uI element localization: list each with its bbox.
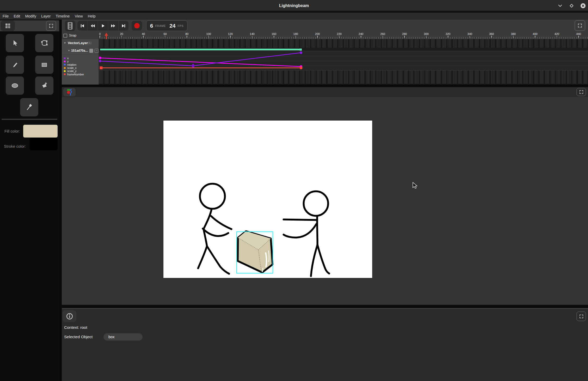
canvas-workspace[interactable] xyxy=(62,97,588,305)
skip-start-icon xyxy=(80,23,85,28)
transport-controls xyxy=(77,21,128,31)
menu-modify[interactable]: Modify xyxy=(25,14,36,18)
panel-grid-button[interactable] xyxy=(1,21,15,31)
animation-stage[interactable] xyxy=(163,121,372,278)
snap-checkbox[interactable] xyxy=(63,34,67,38)
property-row-scale-x[interactable]: scale_x xyxy=(62,66,99,69)
rectangle-tool-button[interactable] xyxy=(35,56,53,74)
select-tool-button[interactable] xyxy=(6,34,24,52)
property-row-rotation[interactable]: rotation xyxy=(62,63,99,66)
layer-suffix: [L] xyxy=(88,41,91,44)
stroke-color-swatch[interactable] xyxy=(29,138,58,150)
stroke-color-label: Stroke color: xyxy=(4,144,26,148)
canvas-expand-button[interactable] xyxy=(577,88,586,96)
frame-unit-label: FRAME xyxy=(155,24,166,27)
vector-scene-button[interactable] xyxy=(63,88,76,96)
fast-forward-button[interactable] xyxy=(108,21,118,31)
box-object[interactable] xyxy=(238,231,273,272)
snap-row: Snap xyxy=(62,32,99,39)
menu-timeline[interactable]: Timeline xyxy=(56,14,70,18)
maximize-button[interactable] xyxy=(569,3,574,9)
grid-icon xyxy=(4,22,11,29)
ellipse-icon xyxy=(10,81,19,90)
layer-row-vectorlayer[interactable]: ▼ VectorLayer [L] xyxy=(62,39,99,47)
sidebar-header xyxy=(0,20,59,31)
eyedropper-icon xyxy=(25,103,34,112)
pencil-icon xyxy=(11,61,19,69)
selected-object-label: Selected Object xyxy=(64,335,93,339)
context-text: Context: root xyxy=(64,325,87,330)
layer-row-object[interactable]: ▼ 151ad70a... ~ xyxy=(62,47,99,54)
skip-to-end-button[interactable] xyxy=(119,21,128,31)
sidebar-divider xyxy=(2,119,57,120)
fill-color-label: Fill color: xyxy=(4,129,20,133)
close-button[interactable] xyxy=(580,3,586,9)
select-arrow-icon xyxy=(11,39,19,47)
selected-object-field[interactable]: box xyxy=(103,333,143,341)
property-row-x[interactable]: x xyxy=(62,57,99,60)
sidebar-expand-button[interactable] xyxy=(46,21,56,31)
node-edit-icon xyxy=(40,39,49,47)
diamond-icon xyxy=(569,3,574,9)
frame-fps-display[interactable]: 6 FRAME 24 FPS xyxy=(146,20,187,31)
record-button[interactable] xyxy=(132,21,142,31)
window-controls xyxy=(557,0,586,11)
menu-file[interactable]: File xyxy=(3,14,9,18)
expand-icon xyxy=(577,23,583,28)
keyframe-badge-button[interactable] xyxy=(89,49,93,53)
skip-to-start-button[interactable] xyxy=(77,21,88,31)
property-color-dot xyxy=(64,64,66,66)
film-strip-icon xyxy=(67,22,74,30)
menubar: File Edit Modify Layer Timeline View Hel… xyxy=(0,13,588,20)
tween-badge-button[interactable]: ~ xyxy=(95,49,99,53)
timeline-panel: 6 FRAME 24 FPS Snap ▼ VectorLayer [L] xyxy=(62,20,588,85)
property-color-dot xyxy=(64,73,66,75)
property-row-scale-y[interactable]: scale_y xyxy=(62,69,99,73)
collapse-triangle-icon[interactable]: ▼ xyxy=(64,41,66,44)
paint-bucket-icon xyxy=(40,81,49,90)
canvas-panel xyxy=(62,87,588,305)
collapse-triangle-icon[interactable]: ▼ xyxy=(68,49,70,52)
menu-view[interactable]: View xyxy=(75,14,83,18)
fill-color-swatch[interactable] xyxy=(23,125,58,138)
property-color-dot xyxy=(64,70,66,72)
minimize-button[interactable] xyxy=(557,3,563,9)
pencil-tool-button[interactable] xyxy=(6,56,24,74)
property-color-dot xyxy=(64,67,66,69)
record-icon xyxy=(134,23,140,28)
fast-forward-icon xyxy=(111,23,116,28)
info-icon xyxy=(66,312,74,320)
canvas-header xyxy=(62,87,588,97)
tool-sidebar: Fill color: Stroke color: xyxy=(0,20,60,381)
play-button[interactable] xyxy=(98,21,108,31)
info-button[interactable] xyxy=(63,310,76,322)
skip-end-icon xyxy=(121,23,126,28)
film-button[interactable] xyxy=(65,21,75,31)
paint-bucket-tool-button[interactable] xyxy=(35,76,53,95)
context-panel: Context: root Selected Object box xyxy=(62,308,588,381)
eyedropper-tool-button[interactable] xyxy=(20,98,38,116)
playhead[interactable] xyxy=(104,32,109,39)
menu-layer[interactable]: Layer xyxy=(41,14,51,18)
timeline-tracks[interactable]: 0204060801001201401601802002202402602803… xyxy=(99,32,588,85)
lightningbeam-app: Lightningbeam File Edit Modify Layer Tim… xyxy=(0,0,588,381)
node-edit-tool-button[interactable] xyxy=(35,34,53,52)
rewind-button[interactable] xyxy=(88,21,98,31)
titlebar: Lightningbeam xyxy=(0,0,588,11)
stick-figure-right[interactable] xyxy=(284,191,329,276)
property-row-framenumber[interactable]: frameNumber xyxy=(62,73,99,76)
layer-list: Snap ▼ VectorLayer [L] ▼ 151ad70a... ~ x… xyxy=(62,32,99,85)
property-row-y[interactable]: y xyxy=(62,60,99,63)
layer-name: VectorLayer xyxy=(68,41,88,45)
property-color-dot xyxy=(64,57,66,59)
animation-curves[interactable] xyxy=(99,39,588,85)
menu-help[interactable]: Help xyxy=(88,14,96,18)
chevron-down-icon xyxy=(557,3,563,9)
ellipse-tool-button[interactable] xyxy=(6,76,24,95)
menu-edit[interactable]: Edit xyxy=(14,14,20,18)
frame-ruler[interactable]: 0204060801001201401601802002202402602803… xyxy=(99,32,588,39)
stick-figure-left[interactable] xyxy=(198,184,231,274)
timeline-expand-button[interactable] xyxy=(575,20,585,31)
expand-icon xyxy=(48,23,54,28)
context-panel-expand-button[interactable] xyxy=(577,312,586,321)
